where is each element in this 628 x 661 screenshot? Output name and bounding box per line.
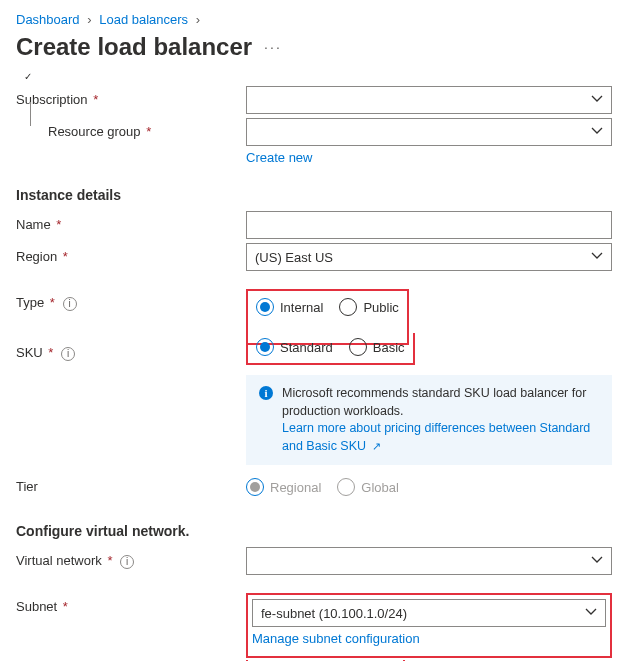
chevron-down-icon [585,606,597,621]
label-region: Region * [16,243,246,264]
label-subnet: Subnet * [16,593,246,614]
info-icon[interactable]: i [63,297,77,311]
breadcrumb-dashboard[interactable]: Dashboard [16,12,80,27]
info-icon[interactable]: i [61,347,75,361]
label-tier: Tier [16,473,246,494]
info-icon[interactable]: i [120,555,134,569]
virtual-network-select[interactable] [246,547,612,575]
callout-link[interactable]: Learn more about pricing differences bet… [282,421,590,453]
label-resource-group: Resource group * [16,118,246,139]
region-select[interactable]: (US) East US [246,243,612,271]
label-type: Type * i [16,289,246,311]
radio-sku-basic[interactable]: Basic [349,338,405,356]
section-configure-vnet: Configure virtual network. [16,523,612,539]
radio-sku-standard[interactable]: Standard [256,338,333,356]
label-name: Name * [16,211,246,232]
chevron-down-icon [591,554,603,569]
chevron-down-icon [591,93,603,108]
chevron-down-icon [591,125,603,140]
label-subscription: Subscription * [16,86,246,107]
sku-recommendation-callout: i Microsoft recommends standard SKU load… [246,375,612,465]
label-sku: SKU * i [16,339,246,361]
radio-tier-global: Global [337,478,399,496]
radio-tier-regional: Regional [246,478,321,496]
highlight-box: fe-subnet (10.100.1.0/24) Manage subnet … [246,593,612,658]
sku-radio-group[interactable]: Standard Basic [256,333,405,361]
highlight-box: Standard Basic [246,333,415,365]
name-input[interactable] [246,211,612,239]
page-title: Create load balancer [16,33,252,61]
label-virtual-network: Virtual network * i [16,547,246,569]
breadcrumb: Dashboard › Load balancers › [16,8,612,33]
overflow-icon[interactable]: ··· [264,39,282,55]
callout-text: Microsoft recommends standard SKU load b… [282,386,586,418]
svg-text:i: i [264,387,267,399]
subscription-select[interactable] [246,86,612,114]
external-link-icon: ↗ [372,440,381,452]
expand-indicator: ✓ [24,71,612,82]
chevron-down-icon [591,250,603,265]
resource-group-select[interactable] [246,118,612,146]
subnet-select[interactable]: fe-subnet (10.100.1.0/24) [252,599,606,627]
manage-subnet-link[interactable]: Manage subnet configuration [252,631,420,646]
radio-type-internal[interactable]: Internal [256,298,323,316]
radio-type-public[interactable]: Public [339,298,398,316]
breadcrumb-loadbalancers[interactable]: Load balancers [99,12,188,27]
create-new-link[interactable]: Create new [246,150,312,165]
type-radio-group[interactable]: Internal Public [256,293,399,321]
tier-radio-group: Regional Global [246,473,612,501]
section-instance-details: Instance details [16,187,612,203]
info-icon: i [258,385,274,455]
